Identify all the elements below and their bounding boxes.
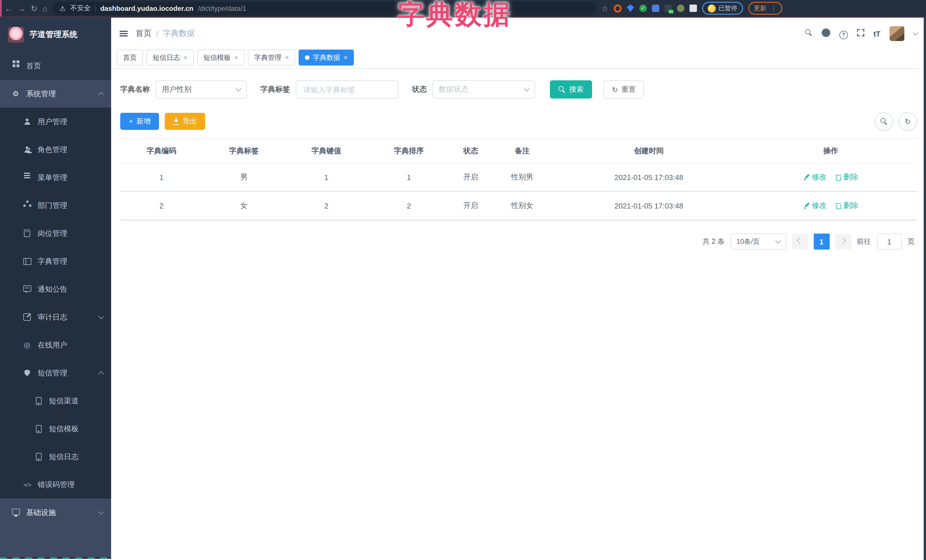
tab-dict-management[interactable]: 字典管理 × <box>248 50 295 65</box>
extension-icon-orange[interactable] <box>614 4 622 12</box>
close-icon[interactable]: × <box>234 54 238 61</box>
reset-button[interactable]: ↻ 重置 <box>604 80 644 98</box>
table-header-row: 字典编码 字典标签 字典键值 字典排序 状态 备注 创建时间 操作 <box>120 139 917 163</box>
sidebar-item-sms-channel[interactable]: 短信渠道 <box>0 387 111 415</box>
delete-link[interactable]: 删除 <box>835 201 858 211</box>
sidebar-item-label: 首页 <box>26 61 103 71</box>
status-label: 状态 <box>412 84 427 95</box>
current-page-button[interactable]: 1 <box>814 234 829 249</box>
sidebar-item-system-management[interactable]: ⚙ 系统管理 <box>0 80 111 108</box>
extension-icon-avatar[interactable] <box>677 5 684 12</box>
delete-link[interactable]: 删除 <box>835 172 858 182</box>
sidebar-item-sms-template[interactable]: 短信模板 <box>0 415 111 443</box>
browser-menu-icon[interactable]: ⋮ <box>770 5 777 12</box>
phone-icon <box>34 397 43 405</box>
cell-label: 男 <box>203 163 285 192</box>
close-icon[interactable]: × <box>343 54 348 61</box>
sidebar-item-menu-management[interactable]: 菜单管理 <box>0 163 111 192</box>
sidebar-item-infrastructure[interactable]: 基础设施 <box>0 498 111 527</box>
reload-icon[interactable]: ↻ <box>31 4 37 12</box>
sidebar-item-sms-log[interactable]: 短信日志 <box>0 443 111 471</box>
close-icon[interactable]: × <box>285 54 289 61</box>
search-button[interactable]: 搜索 <box>550 80 592 98</box>
sidebar-item-error-code[interactable]: </> 错误码管理 <box>0 471 111 498</box>
prev-page-button[interactable] <box>792 234 808 249</box>
bookmark-star-icon[interactable]: ☆ <box>601 4 608 12</box>
breadcrumb-home[interactable]: 首页 <box>136 29 151 39</box>
edit-link[interactable]: 修改 <box>803 172 826 182</box>
book-icon <box>23 258 31 265</box>
col-status: 状态 <box>450 139 492 163</box>
dict-tag-input[interactable] <box>296 80 398 98</box>
tab-home[interactable]: 首页 <box>117 50 143 65</box>
extension-icon-gem[interactable] <box>627 5 634 12</box>
sidebar-item-role-management[interactable]: 角色管理 <box>0 136 111 163</box>
table-row: 1 男 1 1 开启 性别男 2021-01-05 17:03:48 修改 删除 <box>120 163 917 192</box>
sidebar-item-online-users[interactable]: ◎ 在线用户 <box>0 331 111 359</box>
tab-sms-log[interactable]: 短信日志 × <box>147 50 194 65</box>
download-icon <box>174 118 179 125</box>
app-logo-row[interactable]: 芋道管理系统 <box>0 18 111 52</box>
export-button-label: 导出 <box>183 116 197 126</box>
github-icon[interactable] <box>822 28 830 39</box>
sidebar-item-post-management[interactable]: 岗位管理 <box>0 219 111 247</box>
search-icon[interactable] <box>805 29 812 39</box>
dict-name-select[interactable]: 用户性别 <box>156 80 247 98</box>
sidebar-item-dept-management[interactable]: 部门管理 <box>0 192 111 219</box>
add-button[interactable]: + 新增 <box>120 113 159 130</box>
edit-link[interactable]: 修改 <box>803 201 826 211</box>
profile-paused-label: 已暂停 <box>719 4 737 12</box>
content-area: 首页 / 字典数据 ? tT 首页 <box>111 18 926 559</box>
goto-page-input[interactable] <box>877 234 902 249</box>
home-icon[interactable]: ⌂ <box>42 4 47 12</box>
page-size-select[interactable]: 10条/页 <box>730 234 786 249</box>
chevron-down-icon[interactable] <box>912 30 918 36</box>
chevron-down-icon <box>524 86 530 91</box>
extension-icon-check[interactable]: ✓ <box>639 5 647 12</box>
help-icon[interactable]: ? <box>839 28 848 39</box>
sidebar-item-notice[interactable]: 通知公告 <box>0 275 111 303</box>
sidebar-item-dict-management[interactable]: 字典管理 <box>0 247 111 275</box>
extensions-puzzle-icon[interactable] <box>690 5 697 12</box>
tab-dict-data[interactable]: 字典数据 × <box>299 50 354 65</box>
address-bar[interactable]: ⚠ 不安全 dashboard.yudao.iocoder.cn /dict/t… <box>53 2 596 15</box>
update-label: 更新 <box>754 4 766 12</box>
extension-icon-blue[interactable] <box>652 5 659 12</box>
extension-icon-switch-on[interactable] <box>664 5 672 12</box>
top-navbar: 首页 / 字典数据 ? tT <box>111 18 926 50</box>
divider <box>95 5 96 12</box>
browser-scrollbar[interactable] <box>924 18 926 560</box>
browser-update-button[interactable]: 更新 ⋮ <box>748 2 782 15</box>
fullscreen-icon[interactable] <box>857 29 864 39</box>
back-icon[interactable]: ← <box>5 4 12 12</box>
col-dict-code: 字典编码 <box>120 139 203 163</box>
user-avatar[interactable] <box>890 26 904 41</box>
cell-sort: 1 <box>368 163 450 192</box>
sidebar-item-label: 角色管理 <box>38 145 103 155</box>
sidebar-item-sms-management[interactable]: 短信管理 <box>0 359 111 387</box>
sidebar-item-label: 短信管理 <box>38 368 93 378</box>
forward-icon[interactable]: → <box>18 4 26 12</box>
gear-icon: ⚙ <box>11 89 20 98</box>
sidebar-item-home[interactable]: 首页 <box>0 52 111 80</box>
sidebar-item-label: 短信日志 <box>49 451 103 462</box>
status-select[interactable]: 数据状态 <box>433 80 535 98</box>
user-icon <box>23 118 31 125</box>
close-icon[interactable]: × <box>183 54 188 61</box>
sidebar-item-audit-log[interactable]: 审计日志 <box>0 303 111 331</box>
tab-sms-template[interactable]: 短信模板 × <box>197 50 244 65</box>
table-row: 2 女 2 2 开启 性别女 2021-01-05 17:03:48 修改 删除 <box>120 192 917 220</box>
edit-label: 修改 <box>812 201 826 211</box>
tab-label: 字典管理 <box>254 53 281 62</box>
sidebar-item-user-management[interactable]: 用户管理 <box>0 108 111 136</box>
font-size-icon[interactable]: tT <box>873 29 881 38</box>
users-icon <box>23 146 31 153</box>
collapse-sidebar-icon[interactable] <box>120 29 128 39</box>
profile-chip[interactable]: 已暂停 <box>702 2 743 15</box>
show-search-button[interactable] <box>875 112 893 130</box>
cell-code: 2 <box>120 192 203 220</box>
export-button[interactable]: 导出 <box>165 113 206 130</box>
refresh-table-button[interactable]: ↻ <box>899 112 917 130</box>
dashboard-icon <box>11 64 20 67</box>
next-page-button[interactable] <box>835 234 851 249</box>
